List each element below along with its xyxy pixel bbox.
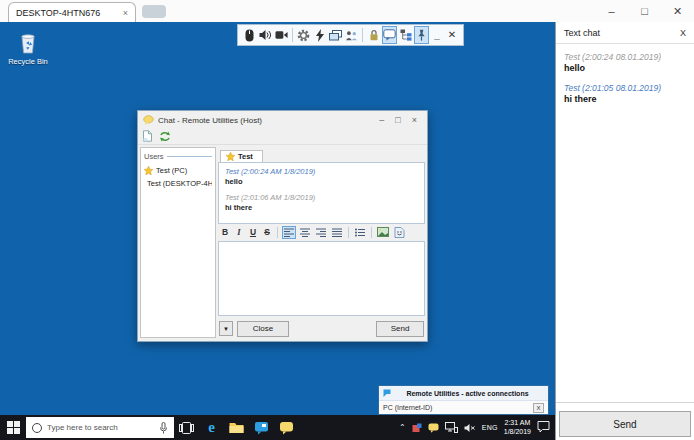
connection-tab[interactable]: DESKTOP-4HTN676 × [8, 2, 136, 22]
mouse-icon[interactable] [242, 26, 257, 44]
chat-close-button-bottom[interactable]: Close [237, 321, 289, 337]
tray-remote-utilities-icon[interactable] [412, 419, 422, 437]
speaker-icon[interactable] [258, 26, 273, 44]
chat-conversation-panel: Test Test (2:00:24 AM 1/8/2019) hello Te… [218, 147, 425, 338]
pin-icon[interactable] [414, 26, 429, 44]
popup-connection-row[interactable]: PC (Internet-ID) X [379, 401, 548, 414]
text-chat-send-button[interactable]: Send [559, 411, 691, 437]
remote-utilities-chat-blue-icon[interactable] [249, 415, 274, 440]
search-input[interactable] [47, 423, 154, 432]
message-input-area[interactable] [218, 241, 425, 316]
star-icon [144, 166, 153, 175]
connection-label: PC (Internet-ID) [383, 404, 432, 411]
tray-chat-icon[interactable] [428, 419, 439, 437]
task-view-icon[interactable] [174, 415, 199, 440]
popup-close-button[interactable]: X [533, 403, 544, 413]
action-center-icon[interactable] [537, 419, 550, 437]
recycle-bin-label: Recycle Bin [4, 57, 52, 66]
chat-yellow-icon[interactable] [274, 415, 299, 440]
refresh-icon[interactable] [159, 128, 171, 146]
conversation-tab[interactable]: Test [220, 150, 263, 162]
recycle-bin-glyph [17, 31, 39, 55]
chat-host-window: Chat - Remote Utilities (Host) – □ × [137, 110, 428, 342]
lock-icon[interactable] [366, 26, 381, 44]
lightning-icon[interactable] [312, 26, 327, 44]
connection-tab-label: DESKTOP-4HTN676 [16, 8, 100, 18]
text-chat-header: Text chat X [556, 22, 694, 44]
message-text: hello [564, 63, 686, 73]
bold-button[interactable]: B [219, 227, 231, 237]
chat-body: Users Test (PC) Test (DESKTOP-4HTN... [138, 145, 427, 341]
options-dropdown-button[interactable]: ▼ [219, 321, 233, 336]
cortana-icon [32, 423, 42, 433]
taskbar-search-box[interactable] [26, 417, 174, 438]
edge-icon[interactable] [199, 415, 224, 440]
toolbar-separator [348, 227, 349, 238]
text-chat-input-area[interactable] [556, 402, 694, 403]
align-right-icon[interactable] [314, 226, 328, 239]
chat-close-button[interactable]: × [412, 115, 417, 125]
toolbar-separator [277, 227, 278, 238]
toolbar-minimize-button[interactable]: _ [430, 26, 444, 44]
italic-button[interactable]: I [233, 227, 245, 237]
chat-maximize-button[interactable]: □ [395, 115, 400, 125]
window-controls: – □ ✕ [595, 0, 694, 22]
chat-window-titlebar[interactable]: Chat - Remote Utilities (Host) – □ × [138, 111, 427, 129]
chat-minimize-button[interactable]: – [379, 115, 384, 125]
microphone-icon[interactable] [159, 422, 168, 434]
align-justify-icon[interactable] [330, 226, 344, 239]
new-conversation-icon[interactable] [142, 128, 153, 146]
tab-close-icon[interactable]: × [123, 8, 128, 18]
chat-window-controls: – □ × [379, 115, 422, 125]
align-left-icon[interactable] [282, 226, 296, 239]
chat-bubble-icon[interactable] [382, 26, 397, 44]
user-item-pc[interactable]: Test (PC) [144, 166, 212, 175]
file-explorer-icon[interactable] [224, 415, 249, 440]
start-button[interactable] [0, 415, 26, 440]
connection-tree-icon[interactable] [398, 26, 413, 44]
tray-volume-icon[interactable] [464, 419, 476, 437]
tray-chevron-up-icon[interactable]: ⌃ [399, 423, 406, 432]
minimize-button[interactable]: – [595, 0, 628, 22]
message-meta: Test (2:00:24 08.01.2019) [564, 52, 686, 62]
message-history: Test (2:00:24 AM 1/8/2019) hello Test (2… [218, 162, 425, 224]
tray-network-icon[interactable] [445, 419, 458, 437]
emoticon-icon[interactable] [392, 226, 406, 239]
message-meta: Test (2:01:06 AM 1/8/2019) [225, 193, 418, 202]
close-button[interactable]: ✕ [661, 0, 694, 22]
underline-button[interactable]: U [247, 227, 259, 237]
maximize-button[interactable]: □ [628, 0, 661, 22]
chat-toolbar [138, 129, 427, 145]
text-chat-title: Text chat [564, 28, 600, 38]
users-header-label: Users [144, 152, 164, 161]
message-text: hi there [225, 203, 418, 212]
remote-taskbar: ⌃ ENG 2:31 AM 1/8/2019 [0, 415, 555, 440]
active-connections-popup: Remote Utilities - active connections PC… [378, 385, 549, 415]
new-tab-button[interactable] [142, 5, 166, 18]
star-icon [226, 152, 235, 161]
gear-icon[interactable] [296, 26, 311, 44]
insert-image-icon[interactable] [376, 226, 390, 239]
cascade-windows-icon[interactable] [328, 26, 343, 44]
users-icon[interactable] [344, 26, 359, 44]
chat-window-icon [143, 115, 154, 125]
conversation-tab-row: Test [218, 147, 425, 162]
toolbar-separator [292, 28, 293, 42]
tray-date: 1/8/2019 [504, 428, 531, 436]
video-camera-icon[interactable] [274, 26, 289, 44]
text-chat-messages: Test (2:00:24 08.01.2019) hello Test (2:… [556, 44, 694, 119]
strikethrough-button[interactable]: S [261, 227, 273, 237]
tray-clock[interactable]: 2:31 AM 1/8/2019 [504, 419, 531, 436]
text-chat-close-icon[interactable]: X [680, 28, 686, 38]
chat-window-title: Chat - Remote Utilities (Host) [158, 116, 262, 125]
toolbar-close-button[interactable]: ✕ [445, 26, 459, 44]
message-text: hello [225, 177, 418, 186]
tray-language-indicator[interactable]: ENG [482, 424, 498, 431]
chat-send-button[interactable]: Send [376, 321, 424, 337]
bullet-list-icon[interactable] [353, 226, 367, 239]
viewer-top-bar: DESKTOP-4HTN676 × – □ ✕ [0, 0, 694, 22]
system-tray: ⌃ ENG 2:31 AM 1/8/2019 [399, 419, 555, 437]
recycle-bin-icon[interactable]: Recycle Bin [4, 31, 52, 66]
align-center-icon[interactable] [298, 226, 312, 239]
user-item-desktop[interactable]: Test (DESKTOP-4HTN... [144, 178, 212, 188]
